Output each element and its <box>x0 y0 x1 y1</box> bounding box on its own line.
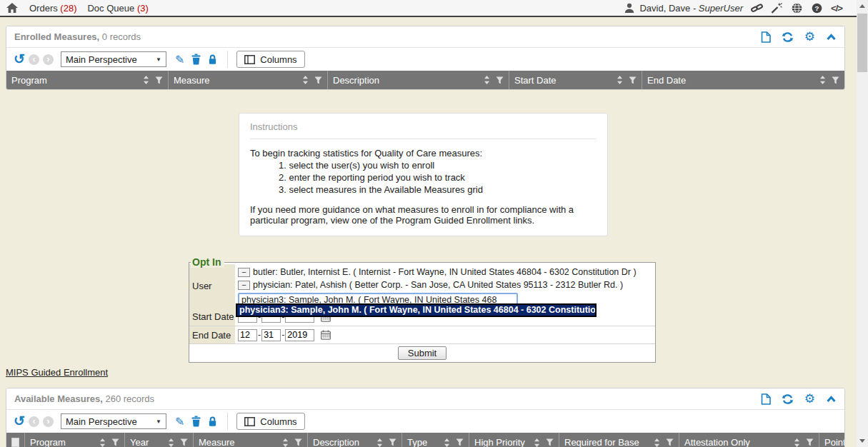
remove-user-icon[interactable]: − <box>238 281 250 290</box>
scroll-up-arrow[interactable] <box>857 0 868 12</box>
filter-icon <box>180 438 188 446</box>
remove-user-icon[interactable]: − <box>238 268 250 277</box>
globe-icon[interactable] <box>790 1 803 14</box>
top-nav-bar: Orders (28) Doc Queue (3) David, Dave - … <box>0 0 857 17</box>
perspective-select[interactable]: Main Perspective▼ <box>61 51 166 67</box>
undo-icon[interactable]: ↺ <box>14 415 25 428</box>
end-date-label: End Date <box>189 326 235 343</box>
doc-queue-count: (3) <box>137 3 149 14</box>
instructions-box: Instructions To begin tracking statistic… <box>239 113 608 236</box>
chevron-down-icon: ▼ <box>156 418 161 425</box>
user-icon <box>623 1 636 14</box>
filter-icon <box>155 76 163 84</box>
columns-button[interactable]: Columns <box>236 51 304 68</box>
end-day-input[interactable] <box>261 329 281 341</box>
submit-row: Submit <box>189 343 655 362</box>
end-year-input[interactable] <box>285 329 314 341</box>
sort-icon <box>617 75 623 85</box>
collapse-icon[interactable] <box>826 396 837 403</box>
lock-icon[interactable] <box>208 54 217 65</box>
record-count: 0 records <box>102 31 141 42</box>
new-record-icon[interactable] <box>761 393 771 405</box>
instructions-step: 2. enter the reporting period you wish t… <box>279 172 597 183</box>
home-icon[interactable] <box>6 1 19 14</box>
enrolled-grid-header: Program Measure Description Start Date E… <box>6 71 844 89</box>
refresh-icon[interactable] <box>782 31 794 43</box>
prev-perspective-icon[interactable]: ‹ <box>29 416 39 427</box>
refresh-icon[interactable] <box>782 393 794 405</box>
toolbar-divider <box>227 413 228 430</box>
svg-text:?: ? <box>814 4 819 12</box>
autocomplete-suggestion[interactable]: physician3: Sample, John M. ( Fort Wayne… <box>236 303 597 317</box>
user-field: − butler: Butler, Internist E. ( Interni… <box>235 264 655 308</box>
lock-icon[interactable] <box>208 416 217 427</box>
column-header-attestation-only[interactable]: Attestation Only <box>679 433 819 447</box>
sort-icon <box>794 438 800 447</box>
code-icon[interactable]: </> <box>830 1 843 14</box>
column-header-year[interactable]: Year <box>125 433 194 447</box>
edit-perspective-icon[interactable]: ✎ <box>175 415 184 428</box>
filter-icon <box>294 438 302 446</box>
user-menu[interactable]: David, Dave - SuperUser <box>623 1 743 14</box>
delete-perspective-icon[interactable] <box>191 416 201 427</box>
nav-orders[interactable]: Orders (28) <box>29 3 76 14</box>
selected-user-text: physician: Patel, Ashish ( Better Corp. … <box>253 280 623 290</box>
link-icon[interactable] <box>750 1 763 14</box>
column-header-end-date[interactable]: End Date <box>642 71 844 89</box>
scrollbar-thumb[interactable] <box>857 14 867 72</box>
opt-in-form: Opt In User − butler: Butler, Internist … <box>189 262 656 363</box>
filter-icon <box>546 438 554 446</box>
column-header-start-date[interactable]: Start Date <box>509 71 642 89</box>
delete-perspective-icon[interactable] <box>191 54 201 65</box>
calendar-icon[interactable] <box>321 330 331 340</box>
sort-icon <box>282 438 289 447</box>
column-header-high-priority[interactable]: High Priority <box>469 433 559 447</box>
perspective-select[interactable]: Main Perspective▼ <box>61 413 166 429</box>
submit-button[interactable]: Submit <box>398 346 447 360</box>
edit-perspective-icon[interactable]: ✎ <box>175 53 184 66</box>
panel-title: Enrolled Measures, 0 records <box>14 31 141 42</box>
help-icon[interactable]: ? <box>810 1 823 14</box>
column-header-measure[interactable]: Measure <box>169 71 328 89</box>
gear-icon[interactable]: ⚙ <box>804 393 815 405</box>
scroll-down-arrow[interactable] <box>857 435 868 447</box>
column-header-measure[interactable]: Measure <box>194 433 308 447</box>
sort-icon <box>376 438 383 447</box>
wand-icon[interactable] <box>770 1 783 14</box>
columns-button[interactable]: Columns <box>236 413 304 430</box>
panel-title: Available Measures, 260 records <box>14 393 154 404</box>
select-all-checkbox[interactable] <box>11 438 19 447</box>
collapse-icon[interactable] <box>826 34 837 41</box>
vertical-scrollbar <box>857 0 868 447</box>
chevron-down-icon: ▼ <box>156 56 161 63</box>
mips-guided-enrollment-link[interactable]: MIPS Guided Enrollment <box>6 367 108 378</box>
new-record-icon[interactable] <box>761 31 771 43</box>
column-header-type[interactable]: Type <box>402 433 469 447</box>
column-header-description[interactable]: Description <box>328 71 509 89</box>
prev-perspective-icon[interactable]: ‹ <box>29 54 39 65</box>
filter-icon <box>314 76 322 84</box>
gear-icon[interactable]: ⚙ <box>804 31 815 43</box>
end-month-input[interactable] <box>238 329 257 341</box>
selected-user-text: butler: Butler, Internist E. ( Internist… <box>253 267 637 277</box>
column-header-program[interactable]: Program <box>25 433 125 447</box>
sort-icon <box>143 75 149 85</box>
nav-doc-queue[interactable]: Doc Queue (3) <box>87 3 148 14</box>
next-perspective-icon[interactable]: › <box>43 416 54 427</box>
undo-icon[interactable]: ↺ <box>14 53 25 66</box>
column-header-required-for-base[interactable]: Required for Base <box>559 433 679 447</box>
start-date-label: Start Date <box>189 308 235 326</box>
user-label: User <box>189 264 235 308</box>
available-measures-panel: Available Measures, 260 records ⚙ ↺ ‹ › … <box>6 388 845 447</box>
column-header-description[interactable]: Description <box>308 433 402 447</box>
toolbar-divider <box>227 51 228 68</box>
column-header-points[interactable]: Points <box>819 433 844 447</box>
select-all-cell <box>6 433 25 447</box>
opt-in-legend: Opt In <box>191 256 224 268</box>
columns-icon <box>244 55 255 64</box>
selected-user-chip: − butler: Butler, Internist E. ( Interni… <box>238 266 652 278</box>
filter-icon <box>629 76 637 84</box>
column-header-program[interactable]: Program <box>6 71 169 89</box>
next-perspective-icon[interactable]: › <box>43 54 54 65</box>
available-toolbar: ↺ ‹ › Main Perspective▼ ✎ Columns <box>6 410 844 433</box>
